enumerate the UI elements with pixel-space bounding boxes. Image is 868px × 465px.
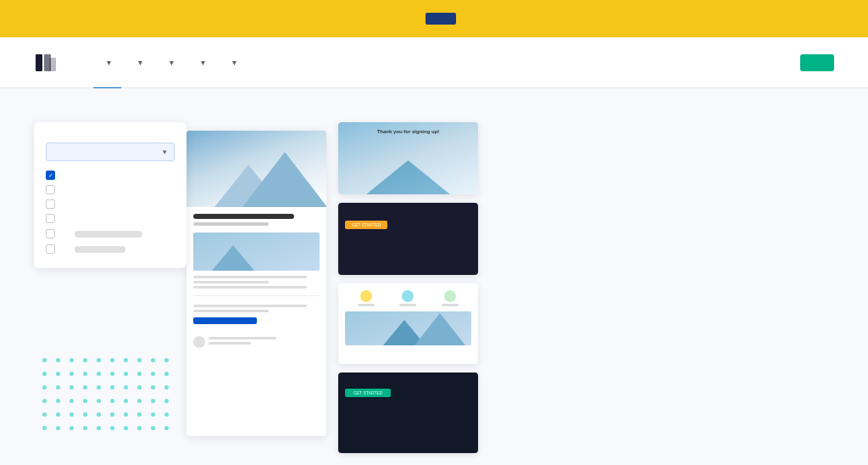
dot-grid-decoration: // dots rendered inline const dotGrid = … [42, 358, 175, 436]
dot [56, 372, 60, 376]
icon-label-1 [358, 304, 375, 306]
screenshot-mountains: Thank you for signing up! Click here [338, 122, 478, 194]
use-case-dropdown[interactable]: ▾ [46, 143, 175, 161]
nav-item-plans[interactable]: ▾ [187, 52, 215, 74]
screenshot-left [186, 131, 326, 436]
checkbox-webinar[interactable] [46, 185, 55, 194]
dot [151, 385, 155, 389]
filter-event[interactable] [46, 211, 175, 226]
checkbox-6[interactable] [46, 244, 55, 254]
dot [97, 412, 101, 417]
checkbox-ebook[interactable] [46, 199, 55, 209]
dot [70, 399, 74, 403]
dot [56, 399, 60, 403]
dot [97, 426, 101, 430]
dot [164, 372, 169, 376]
dot [164, 412, 169, 417]
dot [137, 426, 142, 430]
filter-item-5[interactable] [46, 226, 175, 241]
dot [83, 426, 87, 430]
dot [97, 385, 101, 389]
dot [137, 412, 142, 417]
icon-label-2 [399, 304, 416, 306]
dot [97, 372, 101, 376]
mini-heading [193, 214, 294, 219]
mini-image [193, 232, 320, 271]
mountain-image [186, 131, 326, 207]
chevron-down-icon: ▾ [163, 148, 167, 156]
filter-ebook[interactable] [46, 197, 175, 211]
sr-top-caption: Thank you for signing up! [338, 129, 478, 134]
mini-text-3 [193, 286, 307, 289]
dot [83, 372, 87, 376]
icon-block-1 [358, 290, 375, 306]
dot [164, 426, 169, 430]
icon-block-2 [399, 290, 416, 306]
dot [110, 426, 114, 430]
screenshot-divider [193, 295, 320, 329]
filter-bar-5 [75, 231, 142, 238]
dot [56, 385, 60, 389]
icon-circle-2 [402, 290, 414, 302]
chevron-down-icon: ▾ [138, 59, 142, 67]
chevron-down-icon: ▾ [232, 59, 236, 67]
dot [70, 372, 74, 376]
checkbox-5[interactable] [46, 229, 55, 238]
dot [110, 372, 114, 376]
dot [164, 399, 169, 403]
footer-line-1 [209, 337, 276, 339]
dot [83, 358, 87, 362]
filter-bar-6 [75, 246, 125, 253]
sr-bottom-button: GET STARTED [345, 389, 391, 397]
chevron-down-icon: ▾ [201, 59, 205, 67]
dot [42, 385, 47, 389]
mini-text-2 [193, 281, 269, 283]
icon-label-3 [442, 304, 459, 306]
dot [83, 385, 87, 389]
dot [56, 426, 60, 430]
dot [137, 372, 142, 376]
screenshot-right-column: Thank you for signing up! Click here GET… [338, 122, 478, 453]
filter-all[interactable] [46, 168, 175, 182]
dot [70, 412, 74, 417]
nav-item-customers[interactable]: ▾ [156, 52, 184, 74]
filter-webinar[interactable] [46, 182, 175, 197]
dot [151, 426, 155, 430]
dot [110, 399, 114, 403]
dot [70, 426, 74, 430]
dot [151, 358, 155, 362]
nav-links: ▾ ▾ ▾ ▾ ▾ [93, 52, 787, 74]
dot [124, 385, 128, 389]
sr-top-button: Click here [392, 176, 424, 184]
icon-circle-1 [360, 290, 372, 302]
checkbox-event[interactable] [46, 214, 55, 223]
nav-item-solutions[interactable]: ▾ [125, 52, 153, 74]
nav-right [787, 54, 834, 71]
mini-text-5 [193, 310, 269, 312]
dot [97, 358, 101, 362]
dot [70, 358, 74, 362]
dot [56, 412, 60, 417]
screenshot-top-image [186, 131, 326, 207]
main-content: ▾ [0, 88, 868, 465]
icon-block-3 [442, 290, 459, 306]
nav-item-products[interactable]: ▾ [93, 52, 121, 74]
svg-rect-2 [49, 58, 56, 71]
screenshot-content [186, 207, 326, 355]
template-card: ▾ [34, 122, 186, 268]
dot [83, 399, 87, 403]
show-me-button[interactable] [426, 13, 456, 25]
right-content [478, 122, 834, 453]
screenshot-icons [338, 283, 478, 364]
filter-item-6[interactable] [46, 241, 175, 256]
svg-rect-0 [36, 54, 42, 71]
logo[interactable] [34, 51, 63, 75]
chevron-down-icon: ▾ [170, 59, 174, 67]
dot [56, 358, 60, 362]
dot [42, 426, 47, 430]
dot [137, 385, 142, 389]
request-demo-button[interactable] [800, 54, 834, 71]
nav-item-resources[interactable]: ▾ [219, 52, 247, 74]
dot [151, 412, 155, 417]
checkbox-all[interactable] [46, 171, 55, 180]
